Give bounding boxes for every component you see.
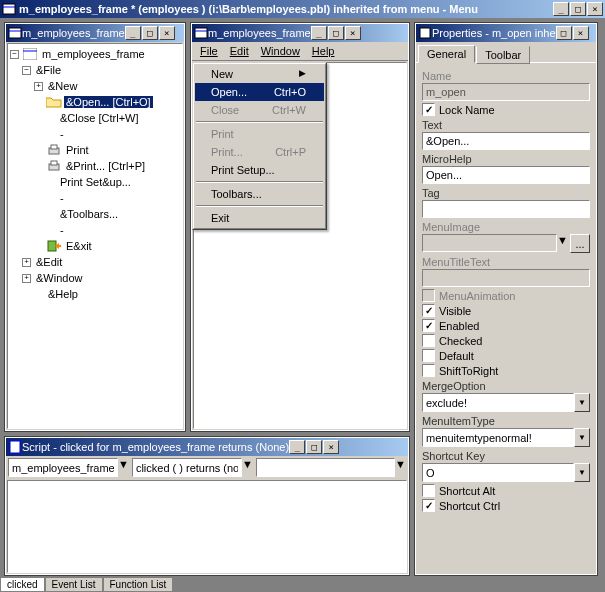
- properties-pane: Properties - m_open inhe □ × General Too…: [414, 22, 598, 576]
- tree-item-printsetup[interactable]: Print Set&up...: [58, 176, 133, 188]
- tab-eventlist[interactable]: Event List: [45, 578, 103, 592]
- tree-item-open[interactable]: &Open... [Ctrl+O]: [64, 96, 153, 108]
- properties-icon: [418, 26, 432, 40]
- check-default[interactable]: Default: [422, 349, 590, 362]
- tree-item-edit[interactable]: &Edit: [34, 256, 64, 268]
- script-object-select[interactable]: [8, 458, 118, 477]
- menu-icon: [2, 2, 16, 16]
- tree-item-sep[interactable]: -: [58, 192, 66, 204]
- menu-item-exit[interactable]: Exit: [195, 209, 324, 227]
- tab-general[interactable]: General: [418, 45, 475, 63]
- tree-item-sep[interactable]: -: [58, 224, 66, 236]
- menu-item-printsetup[interactable]: Print Setup...: [195, 161, 324, 179]
- dropdown-button[interactable]: ▼: [557, 234, 568, 253]
- checkbox-icon: [422, 349, 435, 362]
- browse-button[interactable]: ...: [570, 234, 590, 253]
- dropdown-button[interactable]: ▼: [574, 463, 590, 482]
- close-button[interactable]: ×: [323, 440, 339, 454]
- menu-item-open[interactable]: Open...Ctrl+O: [195, 83, 324, 101]
- maximize-button[interactable]: □: [556, 26, 572, 40]
- menubar-window[interactable]: Window: [255, 43, 306, 59]
- expand-icon[interactable]: +: [34, 82, 43, 91]
- minimize-button[interactable]: _: [553, 2, 569, 16]
- close-button[interactable]: ×: [159, 26, 175, 40]
- script-title: Script - clicked for m_employees_frame r…: [22, 441, 289, 453]
- tree-item-sep[interactable]: -: [58, 128, 66, 140]
- main-title: m_employees_frame * (employees ) (i:\Bar…: [19, 3, 553, 15]
- script-titlebar: Script - clicked for m_employees_frame r…: [6, 438, 408, 456]
- tree-pane: m_employees_frame _ □ × −m_employees_fra…: [4, 22, 186, 432]
- close-button[interactable]: ×: [587, 2, 603, 16]
- maximize-button[interactable]: □: [570, 2, 586, 16]
- tree-item-exit[interactable]: E&xit: [64, 240, 94, 252]
- select-menuitemtype[interactable]: [422, 428, 574, 447]
- check-shifttoright[interactable]: ShiftToRight: [422, 364, 590, 377]
- script-toolbar: ▼ ▼ ▼: [6, 456, 408, 479]
- svg-rect-7: [51, 145, 57, 149]
- close-button[interactable]: ×: [573, 26, 589, 40]
- menu-pane-titlebar: m_employees_frame _ □ ×: [192, 24, 408, 42]
- minimize-button[interactable]: _: [289, 440, 305, 454]
- collapse-icon[interactable]: −: [22, 66, 31, 75]
- tree-item-toolbars[interactable]: &Toolbars...: [58, 208, 120, 220]
- menu-item-print: Print...Ctrl+P: [195, 143, 324, 161]
- expand-icon[interactable]: +: [22, 258, 31, 267]
- check-checked[interactable]: Checked: [422, 334, 590, 347]
- input-text[interactable]: [422, 132, 590, 150]
- input-tag[interactable]: [422, 200, 590, 218]
- checkbox-icon: [422, 334, 435, 347]
- collapse-icon[interactable]: −: [10, 50, 19, 59]
- dropdown-button[interactable]: ▼: [574, 393, 590, 412]
- input-microhelp[interactable]: [422, 166, 590, 184]
- checkbox-icon: ✓: [422, 499, 435, 512]
- checkbox-icon: ✓: [422, 319, 435, 332]
- tree-item-new[interactable]: &New: [46, 80, 79, 92]
- menubar-file[interactable]: File: [194, 43, 224, 59]
- tree-root[interactable]: m_employees_frame: [40, 48, 147, 60]
- checkbox-icon: [422, 364, 435, 377]
- dropdown-button[interactable]: ▼: [118, 458, 129, 477]
- tab-clicked[interactable]: clicked: [0, 578, 45, 592]
- check-shortcutalt[interactable]: Shortcut Alt: [422, 484, 590, 497]
- menubar-help[interactable]: Help: [306, 43, 341, 59]
- select-shortcutkey[interactable]: [422, 463, 574, 482]
- maximize-button[interactable]: □: [306, 440, 322, 454]
- maximize-button[interactable]: □: [142, 26, 158, 40]
- dropdown-button[interactable]: ▼: [395, 458, 406, 477]
- minimize-button[interactable]: _: [125, 26, 141, 40]
- menu-tree[interactable]: −m_employees_frame −&File +&New &Open...…: [7, 43, 183, 429]
- svg-rect-14: [10, 441, 20, 453]
- minimize-button[interactable]: _: [311, 26, 327, 40]
- svg-rect-4: [23, 48, 37, 60]
- dropdown-button[interactable]: ▼: [242, 458, 253, 477]
- select-mergeoption[interactable]: [422, 393, 574, 412]
- tab-toolbar[interactable]: Toolbar: [476, 46, 530, 64]
- tab-functionlist[interactable]: Function List: [103, 578, 174, 592]
- menu-pane-title: m_employees_frame: [208, 27, 311, 39]
- check-lockname[interactable]: ✓Lock Name: [422, 103, 590, 116]
- maximize-button[interactable]: □: [328, 26, 344, 40]
- tree-item-print2[interactable]: &Print... [Ctrl+P]: [64, 160, 147, 172]
- props-title: Properties - m_open inhe: [432, 27, 556, 39]
- close-button[interactable]: ×: [345, 26, 361, 40]
- tree-item-window[interactable]: &Window: [34, 272, 84, 284]
- svg-rect-0: [3, 4, 15, 14]
- check-shortcutctrl[interactable]: ✓Shortcut Ctrl: [422, 499, 590, 512]
- expand-icon[interactable]: +: [22, 274, 31, 283]
- tree-item-close[interactable]: &Close [Ctrl+W]: [58, 112, 141, 124]
- tree-item-file[interactable]: &File: [34, 64, 63, 76]
- tree-item-help[interactable]: &Help: [46, 288, 80, 300]
- menu-item-new[interactable]: New▶: [195, 65, 324, 83]
- script-editor[interactable]: [7, 480, 407, 573]
- menu-item-print: Print: [195, 125, 324, 143]
- checkbox-icon: ✓: [422, 304, 435, 317]
- script-event-select[interactable]: [132, 458, 242, 477]
- check-visible[interactable]: ✓Visible: [422, 304, 590, 317]
- tree-item-print[interactable]: Print: [64, 144, 91, 156]
- menubar-edit[interactable]: Edit: [224, 43, 255, 59]
- check-enabled[interactable]: ✓Enabled: [422, 319, 590, 332]
- script-ancestor-select[interactable]: [256, 458, 395, 477]
- menu-item-toolbars[interactable]: Toolbars...: [195, 185, 324, 203]
- dropdown-button[interactable]: ▼: [574, 428, 590, 447]
- label-shortcutkey: Shortcut Key: [422, 450, 590, 462]
